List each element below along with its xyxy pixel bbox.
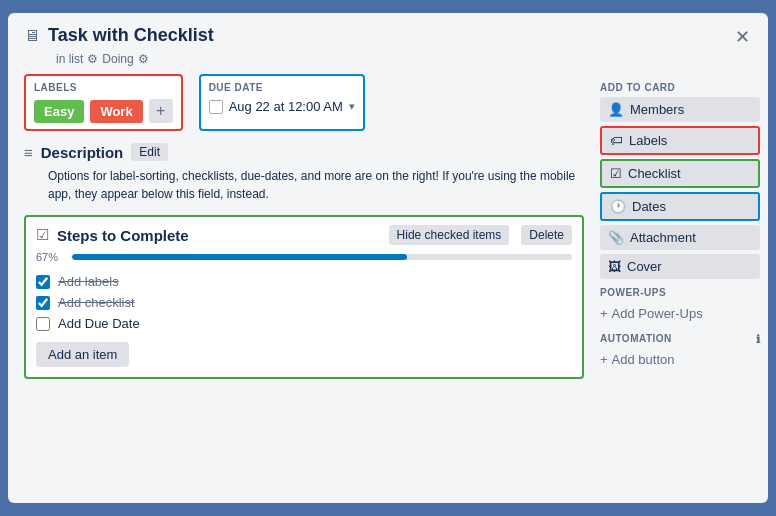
edit-description-button[interactable]: Edit: [131, 143, 168, 161]
add-label-button[interactable]: +: [149, 99, 173, 123]
progress-bar-background: [72, 254, 572, 260]
checklist-item-2-text: Add checklist: [58, 295, 135, 310]
clock-icon: 🕐: [610, 199, 626, 214]
add-powerups-label: Add Power-Ups: [612, 306, 703, 321]
checklist-item-1-checkbox[interactable]: [36, 275, 50, 289]
checklist-item-3-text: Add Due Date: [58, 316, 140, 331]
lines-icon: ≡: [24, 144, 33, 161]
modal-body: LABELS Easy Work + DUE DATE Aug 22 at 12…: [8, 74, 768, 503]
attachment-button[interactable]: 📎 Attachment: [600, 225, 760, 250]
label-easy[interactable]: Easy: [34, 100, 84, 123]
checklist-button[interactable]: ☑ Checklist: [600, 159, 760, 188]
checklist-item: Add labels: [36, 271, 572, 292]
checklist-title: Steps to Complete: [57, 227, 377, 244]
checklist-icon: ☑: [36, 226, 49, 244]
image-icon: 🖼: [608, 259, 621, 274]
add-button-button[interactable]: + Add button: [600, 348, 674, 371]
progress-percent: 67%: [36, 251, 64, 263]
duedate-arrow-icon: ▾: [349, 100, 355, 113]
tag-icon: 🏷: [610, 133, 623, 148]
duedate-section: DUE DATE Aug 22 at 12:00 AM ▾: [199, 74, 365, 131]
duedate-row: Aug 22 at 12:00 AM ▾: [209, 99, 355, 114]
members-label: Members: [630, 102, 684, 117]
automation-info-icon: ℹ: [756, 333, 761, 346]
add-to-card-title: ADD TO CARD: [600, 82, 760, 93]
cover-label: Cover: [627, 259, 662, 274]
modal-subtitle: in list ⚙ Doing ⚙: [8, 52, 768, 74]
modal-title: Task with Checklist: [48, 25, 214, 46]
paperclip-icon: 📎: [608, 230, 624, 245]
duedate-value[interactable]: Aug 22 at 12:00 AM: [229, 99, 343, 114]
checklist-items: Add labels Add checklist Add Due Date: [36, 271, 572, 334]
progress-bar-fill: [72, 254, 407, 260]
description-section: ≡ Description Edit Options for label-sor…: [24, 143, 584, 203]
labels-button[interactable]: 🏷 Labels: [600, 126, 760, 155]
checklist-item-3-checkbox[interactable]: [36, 317, 50, 331]
add-button-label: Add button: [612, 352, 675, 367]
label-work[interactable]: Work: [90, 100, 142, 123]
attachment-label: Attachment: [630, 230, 696, 245]
add-powerups-button[interactable]: + Add Power-Ups: [600, 302, 703, 325]
close-button[interactable]: ✕: [728, 23, 756, 51]
modal-main: LABELS Easy Work + DUE DATE Aug 22 at 12…: [16, 74, 592, 495]
checklist-item: Add checklist: [36, 292, 572, 313]
checklist-sidebar-label: Checklist: [628, 166, 681, 181]
dates-button[interactable]: 🕐 Dates: [600, 192, 760, 221]
dates-label: Dates: [632, 199, 666, 214]
hide-checked-button[interactable]: Hide checked items: [389, 225, 510, 245]
checklist-item-1-text: Add labels: [58, 274, 119, 289]
gear-icon-1: ⚙: [87, 52, 98, 66]
modal-header: 🖥 Task with Checklist ✕: [8, 13, 768, 52]
checklist-item-2-checkbox[interactable]: [36, 296, 50, 310]
checklist-header: ☑ Steps to Complete Hide checked items D…: [36, 225, 572, 245]
info-row: LABELS Easy Work + DUE DATE Aug 22 at 12…: [24, 74, 584, 131]
labels-section: LABELS Easy Work +: [24, 74, 183, 131]
task-modal: 🖥 Task with Checklist ✕ in list ⚙ Doing …: [8, 13, 768, 503]
plus-icon-powerups: +: [600, 306, 608, 321]
delete-checklist-button[interactable]: Delete: [521, 225, 572, 245]
members-button[interactable]: 👤 Members: [600, 97, 760, 122]
power-ups-title: POWER-UPS: [600, 287, 760, 298]
checklist-section: ☑ Steps to Complete Hide checked items D…: [24, 215, 584, 379]
duedate-checkbox[interactable]: [209, 100, 223, 114]
labels-row: Easy Work +: [34, 99, 173, 123]
duedate-title: DUE DATE: [209, 82, 355, 93]
progress-row: 67%: [36, 251, 572, 263]
subtitle-list: Doing: [102, 52, 133, 66]
modal-sidebar: ADD TO CARD 👤 Members 🏷 Labels ☑ Checkli…: [592, 74, 760, 495]
monitor-icon: 🖥: [24, 27, 40, 45]
checklist-item: Add Due Date: [36, 313, 572, 334]
description-label: Description: [41, 144, 124, 161]
cover-button[interactable]: 🖼 Cover: [600, 254, 760, 279]
checklist-sidebar-icon: ☑: [610, 166, 622, 181]
subtitle-prefix: in list: [56, 52, 83, 66]
gear-icon-2: ⚙: [138, 52, 149, 66]
labels-label: Labels: [629, 133, 667, 148]
automation-title: AUTOMATION ℹ: [600, 333, 760, 344]
description-header: ≡ Description Edit: [24, 143, 584, 161]
plus-icon-automation: +: [600, 352, 608, 367]
add-item-button[interactable]: Add an item: [36, 342, 129, 367]
description-text: Options for label-sorting, checklists, d…: [24, 167, 584, 203]
labels-title: LABELS: [34, 82, 173, 93]
person-icon: 👤: [608, 102, 624, 117]
